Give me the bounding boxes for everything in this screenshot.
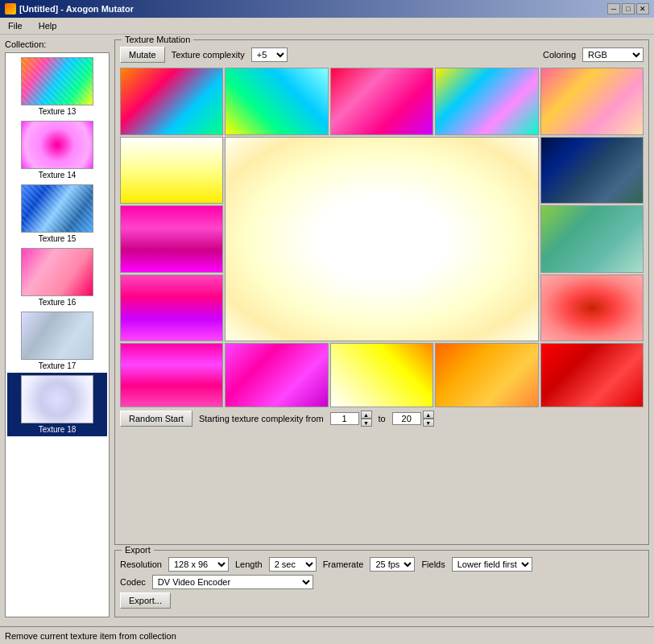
export-btn-row: Export... <box>120 592 644 609</box>
export-group: Export Resolution 128 x 96 256 x 192 320… <box>114 550 649 617</box>
framerate-label: Framerate <box>323 559 364 569</box>
right-panel: Texture Mutation Mutate Texture complexi… <box>114 39 649 617</box>
codec-label: Codec <box>120 577 146 587</box>
collection-list[interactable]: Texture 13 Texture 14 Texture 15 Texture… <box>5 52 110 617</box>
thumb-tex18 <box>21 375 93 423</box>
export-group-label: Export <box>122 545 154 555</box>
range-to-down[interactable]: ▼ <box>423 419 434 427</box>
sidebar-label-tex16: Texture 16 <box>39 298 77 307</box>
range-from-spinbtns: ▲ ▼ <box>361 411 372 427</box>
texture-cell-r5c3[interactable] <box>330 343 433 407</box>
sidebar-label-tex13: Texture 13 <box>39 107 77 116</box>
sidebar-label-tex18: Texture 18 <box>39 425 77 434</box>
range-label: Starting texture complexity from <box>199 414 324 423</box>
export-row2: Codec DV Video Encoder MPEG-4 Uncompress… <box>120 575 644 589</box>
range-to-input[interactable] <box>392 412 421 425</box>
texture-cell-r5c1[interactable] <box>120 343 223 407</box>
status-text: Remove current texture item from collect… <box>5 631 176 641</box>
maximize-button[interactable]: □ <box>622 3 635 14</box>
thumb-tex17 <box>21 312 93 360</box>
texture-cell-r5c2[interactable] <box>225 343 328 407</box>
texture-cell-r3c1[interactable] <box>120 205 223 273</box>
range-to-spinbtns: ▲ ▼ <box>423 411 434 427</box>
range-to-label: to <box>379 414 386 423</box>
sidebar-item-tex15[interactable]: Texture 15 <box>7 182 107 246</box>
random-start-button[interactable]: Random Start <box>120 411 192 427</box>
mutation-controls: Mutate Texture complexity +5 +1 +2 +3 +1… <box>120 47 644 63</box>
codec-select[interactable]: DV Video Encoder MPEG-4 Uncompressed <box>152 575 313 589</box>
texture-cell-r3c5[interactable] <box>540 205 644 273</box>
mutate-button[interactable]: Mutate <box>120 47 165 63</box>
sidebar-label-tex17: Texture 17 <box>39 361 77 370</box>
title-bar: [Untitled] - Axogon Mutator ─ □ ✕ <box>0 0 654 18</box>
sidebar-item-tex18[interactable]: Texture 18 <box>7 373 107 436</box>
app-icon <box>5 3 16 14</box>
window-title: [Untitled] - Axogon Mutator <box>19 4 134 14</box>
sidebar: Collection: Texture 13 Texture 14 Textur… <box>5 39 110 617</box>
range-to-up[interactable]: ▲ <box>423 411 434 419</box>
sidebar-item-tex13[interactable]: Texture 13 <box>7 55 107 118</box>
bottom-controls: Random Start Starting texture complexity… <box>120 411 644 427</box>
coloring-label: Coloring <box>543 50 576 60</box>
texture-cell-r4c1[interactable] <box>120 275 223 342</box>
range-to-spinner: ▲ ▼ <box>392 411 434 427</box>
texture-cell-r4c5[interactable] <box>540 275 644 342</box>
complexity-select[interactable]: +5 +1 +2 +3 +10 <box>251 47 288 62</box>
texture-mutation-group: Texture Mutation Mutate Texture complexi… <box>114 39 649 545</box>
main-content: Collection: Texture 13 Texture 14 Textur… <box>0 35 654 622</box>
texture-cell-center[interactable] <box>225 137 538 342</box>
mutation-group-label: Texture Mutation <box>122 35 193 44</box>
thumb-tex14 <box>21 121 93 169</box>
range-from-up[interactable]: ▲ <box>361 411 372 419</box>
thumb-tex15 <box>21 184 93 233</box>
fields-label: Fields <box>421 559 445 569</box>
range-from-input[interactable] <box>330 412 359 425</box>
sidebar-item-tex16[interactable]: Texture 16 <box>7 246 107 309</box>
export-row1: Resolution 128 x 96 256 x 192 320 x 240 … <box>120 557 644 572</box>
texture-cell-r1c4[interactable] <box>435 68 538 135</box>
thumb-tex13 <box>21 57 93 105</box>
title-buttons: ─ □ ✕ <box>607 3 649 14</box>
menu-file[interactable]: File <box>3 19 27 32</box>
complexity-label: Texture complexity <box>172 50 245 60</box>
sidebar-item-tex14[interactable]: Texture 14 <box>7 118 107 182</box>
thumb-tex16 <box>21 248 93 296</box>
sidebar-label-tex14: Texture 14 <box>39 171 77 180</box>
menu-bar: File Help <box>0 18 654 35</box>
range-from-spinner: ▲ ▼ <box>330 411 372 427</box>
menu-help[interactable]: Help <box>34 19 62 32</box>
texture-cell-r1c1[interactable] <box>120 68 223 135</box>
coloring-select[interactable]: RGB HSV Grayscale <box>582 47 644 62</box>
texture-cell-r1c2[interactable] <box>225 68 328 135</box>
close-button[interactable]: ✕ <box>636 3 649 14</box>
texture-cell-r5c4[interactable] <box>435 343 538 407</box>
resolution-label: Resolution <box>120 559 162 569</box>
fields-select[interactable]: Lower field first None Upper field first <box>452 557 532 572</box>
status-bar: Remove current texture item from collect… <box>0 626 654 644</box>
length-select[interactable]: 2 sec 1 sec 5 sec 10 sec <box>269 557 317 572</box>
export-button[interactable]: Export... <box>120 592 171 609</box>
texture-cell-r1c5[interactable] <box>540 68 644 135</box>
resolution-select[interactable]: 128 x 96 256 x 192 320 x 240 640 x 480 <box>168 557 229 572</box>
texture-cell-r2c5[interactable] <box>540 137 644 204</box>
texture-cell-r5c5[interactable] <box>540 343 644 407</box>
length-label: Length <box>235 559 263 569</box>
framerate-select[interactable]: 25 fps 15 fps 30 fps <box>370 557 415 572</box>
collection-label: Collection: <box>5 39 110 49</box>
range-from-down[interactable]: ▼ <box>361 419 372 427</box>
texture-cell-r1c3[interactable] <box>330 68 433 135</box>
minimize-button[interactable]: ─ <box>607 3 620 14</box>
sidebar-label-tex15: Texture 15 <box>39 234 77 243</box>
sidebar-item-tex17[interactable]: Texture 17 <box>7 309 107 373</box>
texture-cell-r2c1[interactable] <box>120 137 223 204</box>
